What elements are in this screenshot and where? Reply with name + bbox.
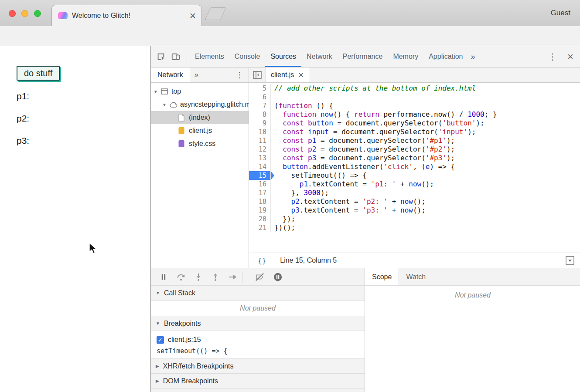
devtools-tab-memory[interactable]: Memory bbox=[388, 46, 423, 67]
section-label: XHR/fetch Breakpoints bbox=[163, 362, 234, 370]
code-line-text bbox=[271, 93, 274, 101]
tab-close-icon[interactable]: ✕ bbox=[189, 12, 196, 20]
code-line-text: function now() { return performance.now(… bbox=[271, 110, 497, 119]
breakpoints-label: Breakpoints bbox=[164, 320, 201, 328]
gutter-line-number[interactable]: 19 bbox=[249, 206, 271, 215]
tree-item-style-css[interactable]: style.css bbox=[151, 137, 249, 150]
close-window-button[interactable] bbox=[9, 10, 16, 17]
toggle-navigator-icon[interactable] bbox=[253, 71, 262, 79]
code-line-row: 18 p2.textContent = 'p2: ' + now(); bbox=[249, 197, 580, 206]
do-stuff-button[interactable]: do stuff bbox=[17, 66, 60, 81]
pause-on-exceptions-icon[interactable] bbox=[273, 272, 283, 282]
breakpoint-checkbox[interactable]: ✓ bbox=[157, 336, 164, 344]
tree-item-top[interactable]: ▼top bbox=[151, 85, 249, 98]
code-line-text: p3.textContent = 'p3: ' + now(); bbox=[271, 206, 426, 215]
chevron-down-icon: ▼ bbox=[156, 291, 160, 295]
gutter-line-number[interactable]: 6 bbox=[249, 93, 271, 101]
tree-item-client-js[interactable]: client.js bbox=[151, 124, 249, 137]
devtools-tab-elements[interactable]: Elements bbox=[190, 46, 229, 67]
gutter-line-number[interactable]: 16 bbox=[249, 180, 271, 189]
gutter-line-number[interactable]: 14 bbox=[249, 162, 271, 171]
script-icon bbox=[178, 127, 188, 135]
checkmark-icon: ✓ bbox=[158, 337, 163, 343]
editor-tab-client-js[interactable]: client.js ✕ bbox=[266, 68, 309, 82]
step-out-icon[interactable] bbox=[211, 272, 220, 282]
breakpoint-marker[interactable]: 15 bbox=[249, 171, 271, 180]
gutter-line-number[interactable]: 12 bbox=[249, 145, 271, 154]
chevron-right-icon: ▶ bbox=[156, 378, 159, 383]
code-line-row: 5// add other scripts at the bottom of i… bbox=[249, 84, 580, 93]
code-line-row: 11 const p1 = document.querySelector('#p… bbox=[249, 136, 580, 145]
minimize-window-button[interactable] bbox=[21, 10, 28, 17]
gutter-line-number[interactable]: 18 bbox=[249, 197, 271, 206]
toolbar-separator bbox=[185, 51, 185, 63]
gutter-line-number[interactable]: 9 bbox=[249, 119, 271, 128]
devtools-menu-icon[interactable]: ⋮ bbox=[548, 51, 557, 62]
breakpoint-entry[interactable]: ✓ client.js:15 setTimeout(() => { bbox=[151, 331, 365, 359]
devtools-close-icon[interactable]: × bbox=[567, 51, 573, 62]
code-line-text: }, 3000); bbox=[271, 189, 329, 197]
devtools-tab-console[interactable]: Console bbox=[229, 46, 266, 67]
paragraph-p1: p1: bbox=[17, 91, 29, 101]
pretty-print-icon[interactable]: {} bbox=[258, 257, 266, 265]
section-header-xhr-fetch-breakpoints[interactable]: ▶XHR/fetch Breakpoints bbox=[151, 359, 365, 374]
deactivate-breakpoints-icon[interactable] bbox=[255, 273, 265, 281]
expander-down-icon: ▼ bbox=[154, 89, 161, 94]
devtools-tab-application[interactable]: Application bbox=[423, 46, 468, 67]
inspect-element-icon[interactable] bbox=[156, 52, 166, 61]
devtools-tab-performance[interactable]: Performance bbox=[338, 46, 388, 67]
code-line-row: 10 const input = document.querySelector(… bbox=[249, 128, 580, 136]
editor-tab-close-icon[interactable]: ✕ bbox=[298, 71, 304, 79]
step-into-icon[interactable] bbox=[194, 272, 203, 282]
frame-icon bbox=[161, 88, 171, 95]
navigator-more-tabs-chevron-icon[interactable]: » bbox=[194, 71, 198, 79]
code-line-row: 16 p1.textContent = 'p1: ' + now(); bbox=[249, 180, 580, 189]
gutter-line-number[interactable]: 20 bbox=[249, 215, 271, 223]
devtools-tab-network[interactable]: Network bbox=[301, 46, 338, 67]
code-line-text: p2.textContent = 'p2: ' + now(); bbox=[271, 197, 426, 206]
expand-drawer-icon[interactable] bbox=[566, 256, 574, 265]
code-line-row: 14 button.addEventListener('click', (e) … bbox=[249, 162, 580, 171]
gutter-line-number[interactable]: 5 bbox=[249, 84, 271, 93]
browser-tab[interactable]: Welcome to Glitch! ✕ bbox=[51, 5, 202, 26]
pause-script-icon[interactable] bbox=[159, 273, 168, 281]
gutter-line-number[interactable]: 21 bbox=[249, 223, 271, 232]
zoom-window-button[interactable] bbox=[34, 10, 41, 17]
device-toolbar-icon[interactable] bbox=[171, 52, 181, 61]
navigator-tabbar: Network » ⋮ bbox=[151, 68, 249, 83]
section-header-call-stack[interactable]: ▼ Call Stack bbox=[151, 286, 365, 301]
sources-navigator-pane: Network » ⋮ ▼top▼asyncstepping.glitch.me… bbox=[151, 68, 249, 268]
tree-item-asyncstepping-glitch-me[interactable]: ▼asyncstepping.glitch.me bbox=[151, 98, 249, 111]
gutter-line-number[interactable]: 7 bbox=[249, 101, 271, 110]
navigator-menu-icon[interactable]: ⋮ bbox=[235, 70, 243, 80]
code-line-text: const p2 = document.querySelector('#p2')… bbox=[271, 145, 455, 154]
navigator-tab-network[interactable]: Network bbox=[151, 68, 190, 82]
step-icon[interactable] bbox=[228, 273, 238, 281]
sidebar-tab-scope[interactable]: Scope bbox=[365, 268, 399, 285]
code-line-text: setTimeout(() => { bbox=[271, 171, 367, 180]
call-stack-empty-message: Not paused bbox=[151, 301, 365, 316]
gutter-line-number[interactable]: 11 bbox=[249, 136, 271, 145]
section-header-global-listeners[interactable]: ▶Global Listeners bbox=[151, 389, 365, 392]
tree-item-index[interactable]: (index) bbox=[151, 111, 249, 124]
more-tabs-chevron-icon[interactable]: » bbox=[471, 52, 475, 61]
tab-title: Welcome to Glitch! bbox=[72, 12, 189, 20]
gutter-line-number[interactable]: 10 bbox=[249, 128, 271, 136]
devtools-tab-sources[interactable]: Sources bbox=[265, 46, 301, 67]
code-line-text: const input = document.querySelector('in… bbox=[271, 128, 476, 136]
sidebar-tab-watch[interactable]: Watch bbox=[399, 268, 433, 285]
code-area[interactable]: 5// add other scripts at the bottom of i… bbox=[249, 83, 580, 253]
paragraph-p2: p2: bbox=[17, 113, 29, 124]
gutter-line-number[interactable]: 17 bbox=[249, 189, 271, 197]
scope-tabbar: ScopeWatch bbox=[365, 268, 580, 286]
gutter-line-number[interactable]: 13 bbox=[249, 154, 271, 162]
code-line-row: 17 }, 3000); bbox=[249, 189, 580, 197]
debugger-toolbar-separator bbox=[242, 271, 242, 283]
new-tab-button[interactable] bbox=[205, 7, 226, 20]
profile-label[interactable]: Guest bbox=[551, 9, 570, 17]
section-header-dom-breakpoints[interactable]: ▶DOM Breakpoints bbox=[151, 374, 365, 389]
section-header-breakpoints[interactable]: ▼ Breakpoints bbox=[151, 316, 365, 331]
gutter-line-number[interactable]: 8 bbox=[249, 110, 271, 119]
step-over-icon[interactable] bbox=[176, 273, 186, 281]
devtools-toolbar: ElementsConsoleSourcesNetworkPerformance… bbox=[151, 46, 580, 68]
